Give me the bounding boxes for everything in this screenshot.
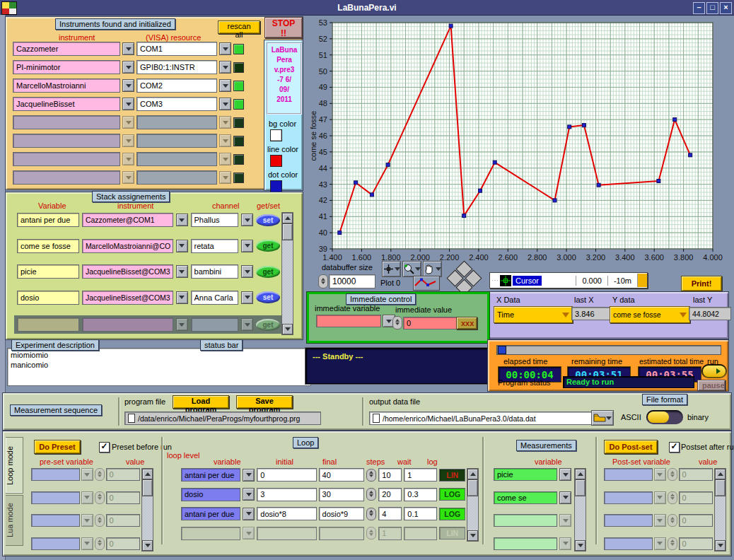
stack-instrument-dropdown[interactable] (176, 291, 188, 304)
visa-resource-field[interactable] (136, 134, 217, 148)
visa-resource-field[interactable] (136, 152, 217, 166)
loop-steps-field[interactable]: 10 (378, 468, 402, 482)
instrument-name-dropdown[interactable] (122, 134, 134, 147)
stack-instrument-field[interactable]: MarcelloMastroianni@CO (82, 239, 173, 253)
visa-resource-dropdown[interactable] (219, 42, 231, 55)
scroll-up-arrow[interactable] (282, 213, 293, 223)
cursor-lock-button[interactable] (637, 274, 647, 287)
immediate-variable-field[interactable] (316, 315, 381, 327)
browse-folder-button[interactable] (591, 410, 614, 426)
postset-scrollbar[interactable] (714, 468, 726, 552)
measurement-variable-field[interactable]: picie (494, 468, 557, 481)
line-color-swatch[interactable] (270, 155, 282, 167)
value-spinner[interactable] (668, 514, 677, 527)
stack-instrument-dropdown[interactable] (176, 265, 188, 278)
progress-slider[interactable] (496, 345, 721, 355)
immediate-send-button[interactable]: xxx (456, 317, 477, 329)
rescan-all-button[interactable]: rescan all (218, 21, 260, 34)
maximize-button[interactable]: □ (706, 2, 718, 14)
loop-log-toggle[interactable]: LOG (439, 508, 465, 520)
visa-resource-dropdown[interactable] (219, 134, 231, 147)
preset-variable-field[interactable] (31, 491, 80, 504)
postset-variable-dropdown[interactable] (654, 491, 666, 504)
stack-variable-field[interactable] (17, 317, 79, 332)
run-toggle-button[interactable] (701, 364, 727, 378)
instrument-name-dropdown[interactable] (122, 79, 134, 92)
program-file-path[interactable]: /data/enrico/Michael/PeraProgs/myfourthp… (124, 412, 321, 425)
loop-steps-field[interactable]: 4 (378, 507, 402, 520)
value-spinner[interactable] (366, 488, 376, 501)
preset-value-field[interactable]: 0 (106, 514, 140, 527)
measurement-variable-dropdown[interactable] (559, 537, 571, 550)
pause-button[interactable]: pause (697, 380, 726, 391)
visa-resource-dropdown[interactable] (219, 79, 231, 92)
value-spinner[interactable] (95, 514, 105, 527)
preset-value-field[interactable]: 0 (106, 537, 140, 550)
postset-variable-dropdown[interactable] (654, 514, 666, 527)
postset-variable-field[interactable] (604, 491, 653, 504)
loop-wait-field[interactable]: 0.3 (404, 488, 437, 501)
close-button[interactable]: × (720, 2, 732, 14)
loop-final-field[interactable]: 30 (319, 488, 365, 501)
visa-resource-field[interactable]: COM1 (136, 42, 217, 56)
instrument-name-field[interactable] (13, 152, 120, 166)
instrument-name-field[interactable]: MarcelloMastroianni (13, 78, 120, 93)
value-spinner[interactable] (95, 491, 105, 504)
loop-variable-field[interactable] (181, 527, 240, 540)
visa-resource-field[interactable] (136, 170, 217, 185)
scrollbar-thumb[interactable] (282, 223, 293, 240)
instrument-name-field[interactable] (13, 170, 120, 185)
stack-set-button[interactable]: set (256, 291, 280, 303)
stack-variable-field[interactable]: antani per due (17, 213, 79, 227)
preset-variable-field[interactable] (31, 537, 80, 550)
stack-variable-field[interactable]: come se fosse (17, 239, 79, 253)
postset-value-field[interactable]: 0 (679, 537, 713, 550)
stack-instrument-field[interactable]: JacquelineBisset@COM3 (82, 264, 173, 279)
loop-initial-field[interactable]: 3 (257, 488, 316, 501)
stack-channel-dropdown[interactable] (241, 291, 253, 304)
loop-variable-dropdown[interactable] (243, 488, 255, 501)
loop-variable-dropdown[interactable] (243, 508, 255, 520)
instrument-name-field[interactable] (13, 134, 120, 148)
postset-value-field[interactable]: 0 (679, 514, 713, 527)
loop-log-toggle[interactable]: LOG (439, 488, 465, 501)
visa-resource-field[interactable]: COM3 (136, 97, 217, 111)
instrument-name-field[interactable]: Cazzometer (13, 42, 120, 56)
scroll-down-arrow[interactable] (282, 324, 293, 334)
postset-variable-dropdown[interactable] (654, 537, 666, 550)
visa-resource-field[interactable]: COM2 (136, 78, 217, 93)
preset-before-run-checkbox[interactable]: ✓ (99, 442, 110, 453)
stack-channel-dropdown[interactable] (241, 214, 253, 226)
instrument-name-dropdown[interactable] (122, 42, 134, 55)
cursor-y-value[interactable]: -10m (607, 276, 637, 286)
file-format-toggle[interactable] (646, 410, 683, 424)
preset-variable-dropdown[interactable] (81, 537, 93, 550)
stack-instrument-dropdown[interactable] (176, 318, 188, 331)
postset-value-field[interactable]: 0 (679, 468, 713, 481)
loop-final-field[interactable]: 40 (319, 468, 365, 482)
stack-channel-field[interactable]: bambini (191, 264, 238, 279)
value-spinner[interactable] (668, 537, 677, 550)
cursor-crosshair-icon[interactable] (500, 275, 511, 286)
preset-variable-field[interactable] (31, 468, 80, 481)
plot-legend-sample-icon[interactable] (413, 276, 440, 291)
x-data-dropdown[interactable]: Time (494, 306, 573, 323)
zoom-tool-icon[interactable] (402, 261, 421, 277)
progress-slider-handle[interactable] (498, 346, 506, 354)
visa-resource-dropdown[interactable] (219, 61, 231, 74)
load-program-button[interactable]: Load program (173, 395, 229, 409)
loop-variable-field[interactable]: dosio (181, 488, 240, 501)
postset-variable-field[interactable] (604, 468, 653, 481)
tab-lua-mode[interactable]: Lua mode (6, 495, 23, 546)
instrument-name-field[interactable]: JacquelineBisset (13, 97, 120, 111)
cursor-list-icon[interactable]: ··· (490, 276, 500, 284)
value-spinner[interactable] (95, 537, 105, 550)
visa-resource-dropdown[interactable] (219, 116, 231, 129)
value-spinner[interactable] (668, 468, 677, 481)
loop-wait-field[interactable]: 0.1 (404, 507, 437, 520)
output-file-path[interactable]: /home/enrico/Michael/LaBunaPera3.0/data.… (369, 412, 593, 425)
stack-channel-dropdown[interactable] (241, 318, 253, 331)
loop-final-field[interactable] (319, 527, 365, 540)
value-spinner[interactable] (366, 527, 376, 539)
visa-resource-field[interactable] (136, 115, 217, 129)
